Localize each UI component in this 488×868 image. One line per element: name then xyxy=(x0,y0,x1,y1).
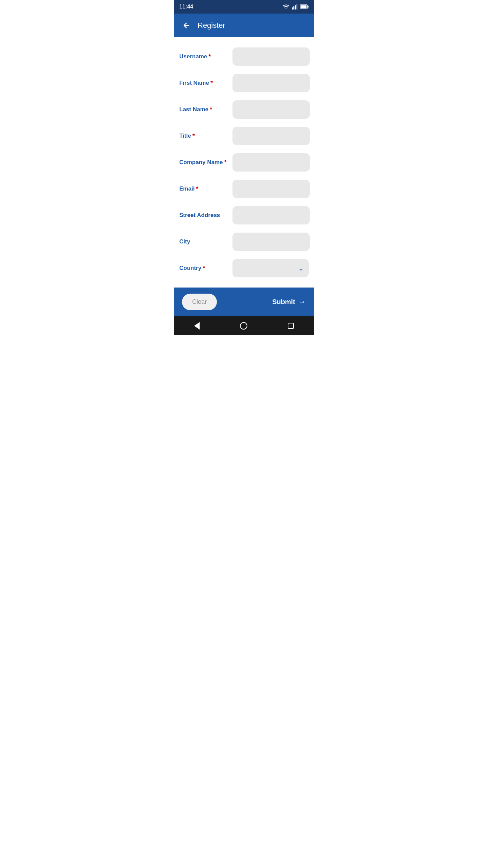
email-row: Email * xyxy=(179,176,309,201)
country-row: Country * United States United Kingdom C… xyxy=(179,256,309,281)
company-input[interactable] xyxy=(232,153,310,172)
city-input[interactable] xyxy=(232,233,310,251)
status-time: 11:44 xyxy=(179,4,193,10)
svg-rect-2 xyxy=(295,5,296,10)
nav-home-button[interactable] xyxy=(240,322,247,330)
form-container: Username * First Name * Last Name * Titl… xyxy=(174,37,314,288)
status-icons xyxy=(282,4,309,9)
page-title: Register xyxy=(198,21,225,30)
country-select-wrapper: United States United Kingdom Canada Aust… xyxy=(232,259,309,277)
company-row: Company Name * xyxy=(179,150,309,175)
wifi-icon xyxy=(282,4,290,9)
svg-rect-3 xyxy=(297,4,298,9)
city-row: City xyxy=(179,229,309,254)
title-required: * xyxy=(192,133,195,140)
lastname-required: * xyxy=(210,106,212,113)
battery-icon xyxy=(300,4,309,9)
svg-rect-0 xyxy=(292,7,293,9)
lastname-input[interactable] xyxy=(232,100,310,119)
firstname-label: First Name * xyxy=(179,80,228,87)
street-row: Street Address xyxy=(179,203,309,228)
nav-recent-icon xyxy=(288,323,294,329)
lastname-label: Last Name * xyxy=(179,106,228,113)
footer-bar: Clear Submit → xyxy=(174,288,314,316)
street-label: Street Address xyxy=(179,212,228,219)
username-label: Username * xyxy=(179,53,228,60)
android-nav-bar xyxy=(174,316,314,335)
title-label: Title * xyxy=(179,133,228,140)
firstname-row: First Name * xyxy=(179,71,309,96)
username-row: Username * xyxy=(179,44,309,69)
company-required: * xyxy=(224,159,226,166)
lastname-row: Last Name * xyxy=(179,97,309,122)
nav-home-icon xyxy=(240,322,247,330)
status-bar: 11:44 xyxy=(174,0,314,14)
firstname-required: * xyxy=(210,80,213,87)
username-input[interactable] xyxy=(232,47,310,66)
svg-rect-6 xyxy=(308,6,309,8)
city-label: City xyxy=(179,238,228,245)
back-button[interactable] xyxy=(181,20,192,31)
nav-back-button[interactable] xyxy=(194,322,200,330)
country-required: * xyxy=(203,265,205,272)
country-label: Country * xyxy=(179,265,228,272)
clear-button[interactable]: Clear xyxy=(182,294,217,310)
nav-back-icon xyxy=(194,322,200,330)
country-select[interactable]: United States United Kingdom Canada Aust… xyxy=(232,259,309,277)
submit-arrow-icon: → xyxy=(299,298,306,307)
signal-icon xyxy=(292,4,298,9)
street-input[interactable] xyxy=(232,206,310,224)
username-required: * xyxy=(208,53,211,60)
submit-button[interactable]: Submit → xyxy=(272,298,306,307)
submit-label: Submit xyxy=(272,298,295,306)
firstname-input[interactable] xyxy=(232,74,310,92)
title-input[interactable] xyxy=(232,127,310,145)
title-row: Title * xyxy=(179,123,309,149)
nav-recent-button[interactable] xyxy=(288,323,294,329)
header: Register xyxy=(174,14,314,37)
company-label: Company Name * xyxy=(179,159,228,166)
svg-rect-1 xyxy=(293,6,294,10)
email-required: * xyxy=(196,185,198,193)
email-label: Email * xyxy=(179,185,228,193)
email-input[interactable] xyxy=(232,180,310,198)
svg-rect-5 xyxy=(301,5,307,8)
